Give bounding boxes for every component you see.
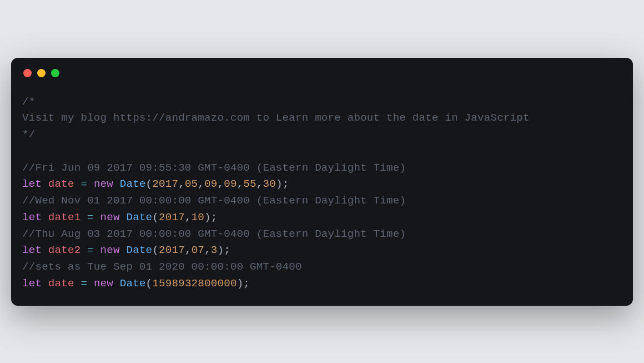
code-editor-window: /* Visit my blog https://andramazo.com t… [11, 58, 633, 306]
number: 2017 [159, 211, 185, 223]
punct: , [237, 178, 244, 190]
punct: , [178, 178, 185, 190]
class-name: Date [126, 244, 152, 256]
punct: , [204, 244, 211, 256]
operator: = [87, 211, 94, 223]
punct: , [185, 244, 192, 256]
comment-line: Visit my blog https://andramazo.com to L… [22, 112, 530, 124]
operator: = [87, 244, 94, 256]
comment-line: //sets as Tue Sep 01 2020 00:00:00 GMT-0… [22, 261, 302, 273]
operator: = [80, 277, 87, 290]
number: 30 [263, 178, 276, 190]
identifier: date [42, 178, 80, 190]
number: 09 [224, 178, 237, 190]
punct: ( [152, 244, 159, 256]
punct: ( [152, 211, 159, 223]
punct: , [256, 178, 263, 190]
number: 10 [192, 211, 204, 223]
punct: ( [146, 277, 153, 290]
number: 55 [243, 178, 256, 190]
keyword-let: let [22, 244, 42, 256]
identifier: date1 [42, 211, 87, 223]
class-name: Date [120, 277, 146, 290]
punct: ( [146, 178, 153, 190]
class-name: Date [120, 178, 146, 190]
close-icon[interactable] [23, 69, 32, 77]
punct: , [218, 178, 224, 190]
class-name: Date [126, 211, 152, 223]
punct: ); [218, 244, 230, 256]
code-block: /* Visit my blog https://andramazo.com t… [22, 94, 622, 292]
operator: = [80, 178, 87, 190]
maximize-icon[interactable] [51, 69, 59, 77]
keyword-new: new [87, 178, 120, 190]
keyword-new: new [94, 244, 127, 256]
comment-line: */ [22, 128, 35, 141]
number: 2017 [159, 244, 185, 256]
keyword-let: let [22, 211, 42, 223]
identifier: date2 [42, 244, 87, 256]
comment-line: /* [22, 96, 35, 108]
comment-line: //Wed Nov 01 2017 00:00:00 GMT-0400 (Eas… [22, 195, 406, 207]
number: 2017 [152, 178, 178, 190]
number: 1598932800000 [152, 277, 237, 290]
keyword-new: new [94, 211, 127, 223]
punct: , [185, 211, 192, 223]
comment-line: //Fri Jun 09 2017 09:55:30 GMT-0400 (Eas… [22, 162, 406, 174]
punct: ); [237, 277, 250, 290]
comment-line: //Thu Aug 03 2017 00:00:00 GMT-0400 (Eas… [22, 228, 406, 240]
keyword-new: new [87, 277, 120, 290]
keyword-let: let [22, 178, 42, 190]
keyword-let: let [22, 277, 42, 290]
number: 07 [192, 244, 204, 256]
minimize-icon[interactable] [37, 69, 46, 77]
punct: ); [276, 178, 289, 190]
punct: ); [204, 211, 217, 223]
number: 09 [204, 178, 217, 190]
identifier: date [42, 277, 80, 290]
window-titlebar [22, 68, 622, 94]
number: 3 [211, 244, 218, 256]
punct: , [198, 178, 204, 190]
number: 05 [185, 178, 198, 190]
